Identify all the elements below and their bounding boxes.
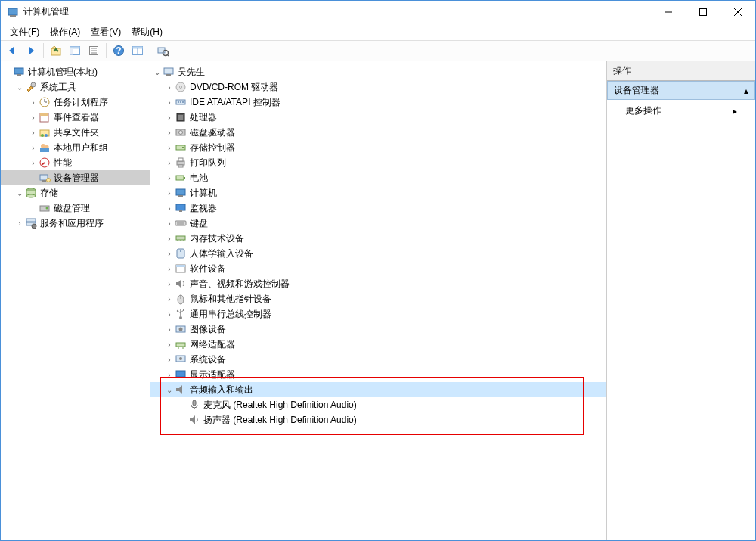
tree-performance[interactable]: › 性能 <box>1 155 150 170</box>
close-button[interactable] <box>720 1 755 23</box>
expand-icon[interactable]: › <box>28 129 39 137</box>
device-category[interactable]: ›DVD/CD-ROM 驱动器 <box>150 79 606 95</box>
minimize-button[interactable] <box>651 1 686 23</box>
collapse-icon[interactable]: ⌄ <box>14 189 25 197</box>
device-category[interactable]: ›IDE ATA/ATAPI 控制器 <box>150 95 606 110</box>
menu-help[interactable]: 帮助(H) <box>127 24 167 40</box>
collapse-icon[interactable]: ⌄ <box>152 68 163 76</box>
expand-icon[interactable]: › <box>164 325 175 334</box>
view-mode-button[interactable] <box>129 42 146 59</box>
tree-system-tools[interactable]: ⌄ 系统工具 <box>1 79 150 95</box>
svg-rect-68 <box>176 189 185 195</box>
expand-icon[interactable]: › <box>164 265 175 273</box>
menu-file[interactable]: 文件(F) <box>5 24 44 40</box>
expand-icon[interactable]: › <box>28 144 39 152</box>
expand-icon[interactable]: › <box>164 310 175 319</box>
device-audio-speaker[interactable]: 扬声器 (Realtek High Definition Audio) <box>150 412 606 428</box>
tree-device-manager[interactable]: 设备管理器 <box>1 170 150 185</box>
expand-icon[interactable]: › <box>164 280 175 288</box>
expand-icon[interactable]: › <box>164 204 175 213</box>
device-category[interactable]: ›计算机 <box>150 185 606 201</box>
device-category[interactable]: ›鼠标和其他指针设备 <box>150 291 606 306</box>
menubar: 文件(F) 操作(A) 查看(V) 帮助(H) <box>1 23 755 40</box>
device-category[interactable]: ›软件设备 <box>150 261 606 276</box>
up-button[interactable] <box>48 42 64 59</box>
expand-icon[interactable]: › <box>164 129 175 137</box>
device-category-audio[interactable]: ⌄ 音频输入和输出 <box>150 382 606 397</box>
svg-rect-62 <box>182 147 184 148</box>
actions-more[interactable]: 更多操作 ▸ <box>607 100 755 122</box>
expand-icon[interactable]: › <box>164 356 175 364</box>
tree-local-users[interactable]: › 本地用户和组 <box>1 140 150 155</box>
expand-icon[interactable]: › <box>164 144 175 152</box>
svg-point-55 <box>180 101 181 103</box>
device-root[interactable]: ⌄ 吴先生 <box>150 64 606 79</box>
expand-icon[interactable]: › <box>28 159 39 167</box>
scan-hardware-button[interactable] <box>154 42 171 59</box>
display-icon <box>175 368 187 381</box>
tree-label: 设备管理器 <box>54 172 99 185</box>
device-category[interactable]: ›人体学输入设备 <box>150 246 606 261</box>
expand-icon[interactable]: › <box>164 340 175 349</box>
menu-action[interactable]: 操作(A) <box>45 24 85 40</box>
soft-icon <box>175 263 187 275</box>
collapse-icon[interactable]: ⌄ <box>164 386 175 394</box>
expand-icon[interactable]: › <box>164 83 175 92</box>
expand-icon[interactable]: › <box>164 219 175 228</box>
device-category[interactable]: ›电池 <box>150 170 606 185</box>
maximize-button[interactable] <box>686 1 720 23</box>
sound-icon <box>175 278 187 290</box>
device-category[interactable]: ›存储控制器 <box>150 140 606 155</box>
device-category-label: 存储控制器 <box>190 141 235 154</box>
expand-icon[interactable]: › <box>164 98 175 107</box>
expand-icon[interactable]: › <box>164 189 175 197</box>
device-category[interactable]: ›显示适配器 <box>150 367 606 382</box>
tree-event-viewer[interactable]: › 事件查看器 <box>1 110 150 125</box>
console-tree[interactable]: 计算机管理(本地) ⌄ 系统工具 › 任务计划程序 › 事件查看器 › 共享文件… <box>1 61 150 540</box>
device-category[interactable]: ›键盘 <box>150 216 606 231</box>
expand-icon[interactable]: › <box>28 98 39 107</box>
device-category[interactable]: ›图像设备 <box>150 322 606 337</box>
tree-storage[interactable]: ⌄ 存储 <box>1 185 150 201</box>
collapse-icon[interactable]: ⌄ <box>14 83 25 92</box>
device-category[interactable]: ›声音、视频和游戏控制器 <box>150 276 606 291</box>
svg-point-80 <box>180 250 181 252</box>
tree-task-scheduler[interactable]: › 任务计划程序 <box>1 95 150 110</box>
svg-rect-72 <box>175 221 186 225</box>
actions-panel-title[interactable]: 设备管理器 ▴ <box>607 81 755 100</box>
device-category[interactable]: ›通用串行总线控制器 <box>150 306 606 322</box>
expand-icon[interactable]: › <box>164 371 175 379</box>
forward-button[interactable] <box>23 42 39 59</box>
device-tree[interactable]: ⌄ 吴先生 ›DVD/CD-ROM 驱动器›IDE ATA/ATAPI 控制器›… <box>150 61 607 540</box>
device-audio-mic[interactable]: 麦克风 (Realtek High Definition Audio) <box>150 397 606 412</box>
tree-disk-management[interactable]: 磁盘管理 <box>1 201 150 216</box>
device-root-label: 吴先生 <box>178 66 205 79</box>
device-category[interactable]: ›监视器 <box>150 201 606 216</box>
expand-icon[interactable]: › <box>164 295 175 303</box>
menu-view[interactable]: 查看(V) <box>86 24 125 40</box>
tree-shared-folders[interactable]: › 共享文件夹 <box>1 125 150 140</box>
properties-button[interactable] <box>85 42 102 59</box>
tree-root[interactable]: 计算机管理(本地) <box>1 64 150 79</box>
tree-services[interactable]: › 服务和应用程序 <box>1 216 150 231</box>
device-category[interactable]: ›系统设备 <box>150 352 606 367</box>
device-category[interactable]: ›网络适配器 <box>150 337 606 352</box>
expand-icon[interactable]: › <box>164 174 175 182</box>
expand-icon[interactable]: › <box>164 235 175 243</box>
help-button[interactable]: ? <box>110 42 127 59</box>
expand-icon[interactable]: › <box>164 250 175 258</box>
device-category[interactable]: ›处理器 <box>150 110 606 125</box>
back-button[interactable] <box>4 42 20 59</box>
device-category[interactable]: ›打印队列 <box>150 155 606 170</box>
device-category[interactable]: ›磁盘驱动器 <box>150 125 606 140</box>
expand-icon[interactable]: › <box>164 113 175 122</box>
expand-icon[interactable]: › <box>14 219 25 228</box>
titlebar: 计算机管理 <box>1 1 755 23</box>
expand-icon[interactable]: › <box>164 159 175 167</box>
device-category[interactable]: ›内存技术设备 <box>150 231 606 246</box>
disc-icon <box>175 81 187 93</box>
performance-icon <box>39 157 51 169</box>
show-hide-tree-button[interactable] <box>67 42 83 59</box>
expand-icon[interactable]: › <box>28 113 39 122</box>
device-label: 麦克风 (Realtek High Definition Audio) <box>203 399 357 412</box>
